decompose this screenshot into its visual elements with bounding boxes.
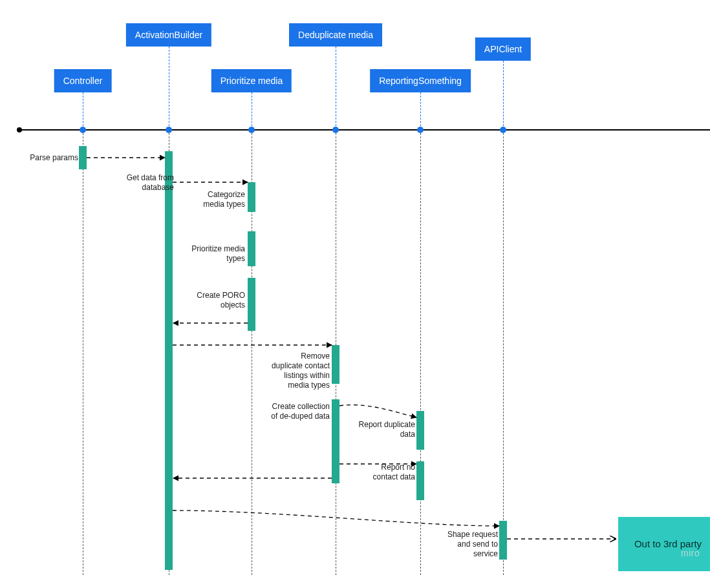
arrows-layer [0,0,710,588]
arrow-report-dup [339,405,416,417]
diagram-canvas: Controller ActivationBuilder Prioritize … [0,0,710,588]
arrow-to-apiclient [173,510,499,526]
